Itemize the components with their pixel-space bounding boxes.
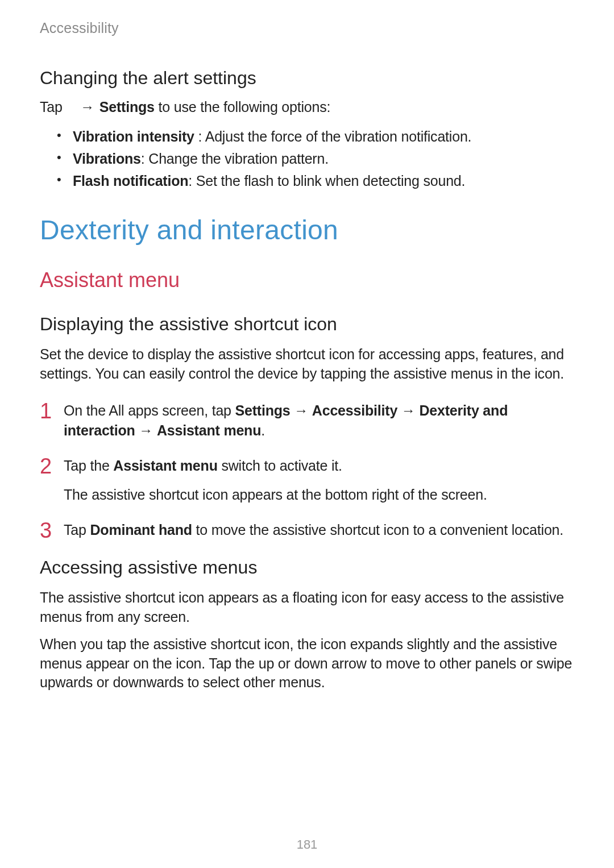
- list-item: Vibration intensity : Adjust the force o…: [57, 126, 574, 148]
- heading-display-shortcut: Displaying the assistive shortcut icon: [40, 314, 574, 335]
- step-bold: Settings: [235, 402, 291, 418]
- heading-accessing-menus: Accessing assistive menus: [40, 557, 574, 578]
- heading-dexterity: Dexterity and interaction: [40, 214, 574, 246]
- step-bold: Assistant menu: [157, 422, 261, 438]
- arrow-icon: →: [135, 422, 157, 438]
- step-text: to move the assistive shortcut icon to a…: [192, 522, 563, 538]
- arrow-icon: →: [397, 402, 419, 418]
- manual-page: Accessibility Changing the alert setting…: [0, 0, 614, 868]
- tap-instruction: Tap → Settings to use the following opti…: [40, 99, 574, 115]
- step-subtext: The assistive shortcut icon appears at t…: [64, 485, 574, 505]
- step-bold: Dominant hand: [90, 522, 192, 538]
- option-label: Flash notification: [73, 173, 188, 189]
- tap-settings-label: Settings: [99, 99, 155, 115]
- step-text: .: [261, 422, 265, 438]
- arrow-icon: →: [291, 402, 312, 418]
- step-bold: Assistant menu: [113, 458, 217, 474]
- intro-paragraph: Set the device to display the assistive …: [40, 345, 574, 384]
- option-label: Vibration intensity: [73, 128, 194, 144]
- step-2: Tap the Assistant menu switch to activat…: [40, 456, 574, 505]
- option-desc: : Set the flash to blink when detecting …: [188, 173, 465, 189]
- option-desc: : Change the vibration pattern.: [141, 151, 329, 167]
- steps-list: On the All apps screen, tap Settings → A…: [40, 401, 574, 541]
- step-text: Tap the: [64, 458, 113, 474]
- arrow-icon: →: [79, 99, 96, 115]
- tap-suffix: to use the following options:: [155, 99, 330, 115]
- option-label: Vibrations: [73, 151, 141, 167]
- step-3: Tap Dominant hand to move the assistive …: [40, 520, 574, 541]
- step-bold: Accessibility: [312, 402, 397, 418]
- step-text: On the All apps screen, tap: [64, 402, 235, 418]
- tap-prefix: Tap: [40, 99, 63, 115]
- list-item: Vibrations: Change the vibration pattern…: [57, 148, 574, 170]
- heading-assistant-menu: Assistant menu: [40, 268, 574, 292]
- breadcrumb: Accessibility: [40, 20, 574, 36]
- page-number: 181: [0, 837, 614, 852]
- access-paragraph-1: The assistive shortcut icon appears as a…: [40, 588, 574, 627]
- step-1: On the All apps screen, tap Settings → A…: [40, 401, 574, 441]
- list-item: Flash notification: Set the flash to bli…: [57, 170, 574, 192]
- option-desc: : Adjust the force of the vibration noti…: [194, 128, 472, 144]
- heading-alert-settings: Changing the alert settings: [40, 68, 574, 89]
- alert-options-list: Vibration intensity : Adjust the force o…: [40, 126, 574, 192]
- access-paragraph-2: When you tap the assistive shortcut icon…: [40, 635, 574, 692]
- step-text: switch to activate it.: [218, 458, 342, 474]
- step-text: Tap: [64, 522, 90, 538]
